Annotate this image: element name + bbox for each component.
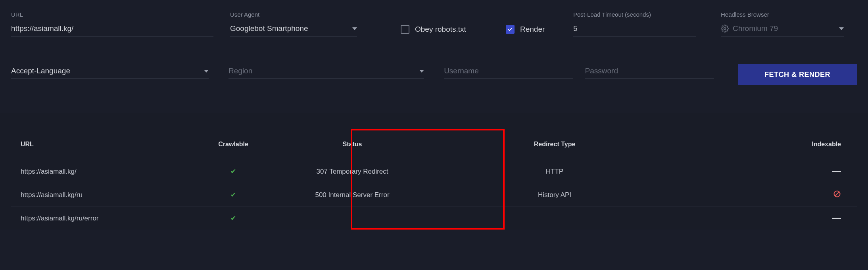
col-status-header[interactable]: Status — [273, 129, 432, 160]
user-agent-select[interactable]: Googlebot Smartphone — [230, 22, 357, 36]
table-row[interactable]: https://asiamall.kg/ ✔ 307 Temporary Red… — [11, 160, 857, 183]
user-agent-value: Googlebot Smartphone — [230, 24, 348, 33]
region-placeholder: Region — [229, 67, 415, 75]
check-icon: ✔ — [230, 191, 236, 199]
table-row[interactable]: https://asiamall.kg/ru/error ✔ — — [11, 207, 857, 230]
url-input[interactable] — [11, 22, 213, 36]
password-input[interactable] — [585, 64, 714, 79]
chevron-down-icon — [839, 27, 844, 30]
chevron-down-icon — [204, 70, 209, 73]
browser-select[interactable]: Chromium 79 — [721, 22, 844, 36]
accept-language-placeholder: Accept-Language — [11, 67, 199, 75]
cell-status: 500 Internal Server Error — [273, 183, 432, 207]
region-select[interactable]: Region — [229, 64, 424, 79]
chevron-down-icon — [352, 27, 357, 30]
obey-robots-field: Obey robots.txt — [401, 22, 506, 36]
cell-indexable: — — [678, 160, 857, 183]
no-entry-icon — [833, 190, 841, 198]
cell-redirect: HTTP — [432, 160, 678, 183]
form-row-2: Accept-Language Region FETCH & RENDER — [11, 64, 857, 85]
table-header-row: URL Crawlable Status Redirect Type Index… — [11, 129, 857, 160]
minus-icon: — — [832, 213, 841, 223]
col-url-header[interactable]: URL — [11, 129, 194, 160]
password-field — [585, 64, 714, 85]
render-label: Render — [520, 25, 545, 34]
cell-crawlable: ✔ — [194, 183, 273, 207]
obey-robots-checkbox[interactable] — [401, 25, 409, 34]
url-label: URL — [11, 11, 213, 18]
url-field: URL — [11, 11, 213, 36]
fetch-render-button[interactable]: FETCH & RENDER — [738, 64, 857, 85]
user-agent-label: User Agent — [230, 11, 357, 18]
cell-url: https://asiamall.kg/ — [11, 160, 194, 183]
browser-field: Headless Browser Chromium 79 — [721, 11, 844, 36]
cell-crawlable: ✔ — [194, 160, 273, 183]
accept-language-field: Accept-Language — [11, 64, 209, 85]
results-table: URL Crawlable Status Redirect Type Index… — [11, 129, 857, 230]
browser-value: Chromium 79 — [733, 24, 778, 33]
cell-status: 307 Temporary Redirect — [273, 160, 432, 183]
col-indexable-header[interactable]: Indexable — [678, 129, 857, 160]
cell-indexable — [678, 183, 857, 207]
timeout-label: Post-Load Timeout (seconds) — [573, 11, 696, 18]
accept-language-select[interactable]: Accept-Language — [11, 64, 209, 79]
col-crawlable-header[interactable]: Crawlable — [194, 129, 273, 160]
render-field: Render — [506, 22, 573, 36]
username-input[interactable] — [444, 64, 573, 79]
cell-url: https://asiamall.kg/ru/error — [11, 207, 194, 230]
user-agent-field: User Agent Googlebot Smartphone — [230, 11, 357, 36]
region-field: Region — [229, 64, 424, 85]
obey-robots-label: Obey robots.txt — [415, 25, 466, 34]
results-area: URL Crawlable Status Redirect Type Index… — [0, 113, 868, 230]
fetch-button-wrap: FETCH & RENDER — [738, 64, 857, 85]
cell-url: https://asiamall.kg/ru — [11, 183, 194, 207]
svg-line-2 — [835, 192, 839, 196]
cell-crawlable: ✔ — [194, 207, 273, 230]
username-field — [444, 64, 573, 85]
browser-label: Headless Browser — [721, 11, 844, 18]
chevron-down-icon — [419, 70, 424, 73]
check-icon: ✔ — [230, 214, 236, 222]
cell-redirect — [432, 207, 678, 230]
svg-point-0 — [724, 28, 726, 30]
gear-icon — [721, 25, 729, 33]
form-row-1: URL User Agent Googlebot Smartphone Obey… — [11, 11, 857, 36]
check-icon: ✔ — [230, 168, 236, 175]
cell-status — [273, 207, 432, 230]
form-area: URL User Agent Googlebot Smartphone Obey… — [0, 0, 868, 113]
timeout-input[interactable] — [573, 22, 696, 36]
table-row[interactable]: https://asiamall.kg/ru ✔ 500 Internal Se… — [11, 183, 857, 207]
cell-indexable: — — [678, 207, 857, 230]
col-redirect-header[interactable]: Redirect Type — [432, 129, 678, 160]
minus-icon: — — [832, 166, 841, 176]
timeout-field: Post-Load Timeout (seconds) — [573, 11, 696, 36]
render-checkbox[interactable] — [506, 25, 515, 34]
cell-redirect: History API — [432, 183, 678, 207]
